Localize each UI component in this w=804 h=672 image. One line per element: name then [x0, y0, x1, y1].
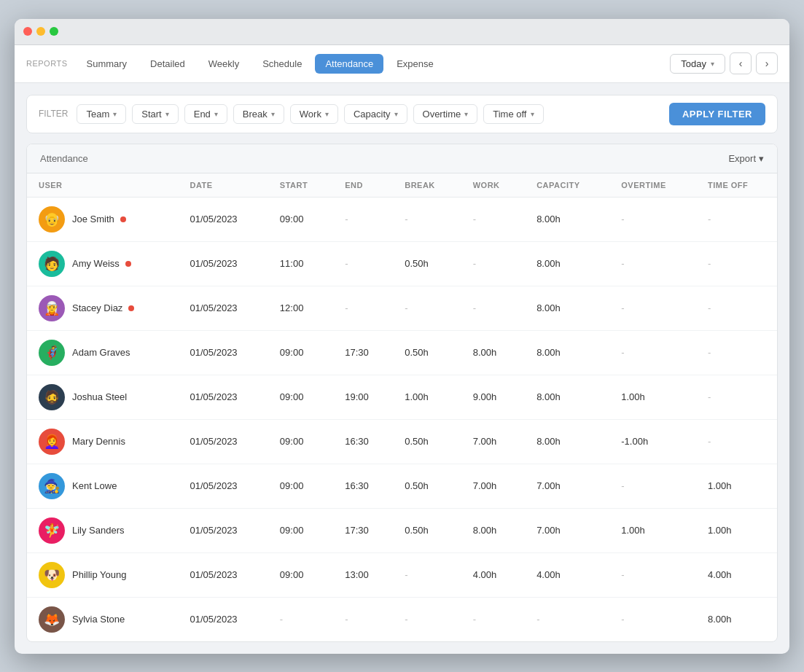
- user-cell: 👴 Joe Smith: [27, 197, 179, 241]
- cell-date: 01/05/2023: [179, 597, 268, 641]
- cell-end: -: [333, 597, 393, 641]
- cell-capacity: 7.00h: [525, 508, 609, 552]
- cell-work: 8.00h: [461, 330, 525, 375]
- cell-start: 09:00: [268, 464, 333, 508]
- chevron-right-icon: ›: [765, 58, 769, 69]
- table-row: 🧝 Stacey Diaz 01/05/202312:00---8.00h--: [27, 286, 777, 330]
- chevron-down-icon: ▾: [711, 60, 714, 68]
- cell-overtime: -: [609, 286, 696, 330]
- cell-break: 0.50h: [393, 330, 461, 375]
- tab-expense[interactable]: Expense: [386, 54, 444, 74]
- main-content: FILTER Team ▾ Start ▾ End ▾ Break ▾ Work…: [15, 83, 789, 654]
- user-cell: 🦸 Adam Graves: [27, 330, 179, 375]
- nav-right: Today ▾ ‹ ›: [670, 52, 778, 74]
- user-cell: 🦊 Sylvia Stone: [27, 597, 179, 641]
- attendance-table: USER DATE START END BREAK WORK CAPACITY …: [27, 173, 777, 641]
- cell-break: -: [393, 552, 461, 597]
- col-user: USER: [27, 173, 179, 198]
- chevron-down-icon: ▾: [325, 110, 329, 118]
- capacity-filter[interactable]: Capacity ▾: [344, 104, 407, 124]
- cell-date: 01/05/2023: [179, 419, 268, 464]
- cell-start: 11:00: [268, 241, 333, 286]
- cell-time_off: 8.00h: [696, 597, 777, 641]
- avatar: 🐶: [39, 562, 65, 588]
- table-row: 👴 Joe Smith 01/05/202309:00---8.00h--: [27, 197, 777, 241]
- maximize-button[interactable]: [50, 27, 58, 36]
- table-header-bar: Attendance Export ▾: [27, 144, 777, 173]
- next-button[interactable]: ›: [756, 52, 778, 74]
- user-cell: 🧑 Amy Weiss: [27, 241, 179, 286]
- cell-capacity: 8.00h: [525, 419, 609, 464]
- table-row: 🦊 Sylvia Stone 01/05/2023------8.00h: [27, 597, 777, 641]
- cell-capacity: 4.00h: [525, 552, 609, 597]
- cell-work: -: [461, 597, 525, 641]
- overtime-filter[interactable]: Overtime ▾: [413, 104, 478, 124]
- table-row: 🧔 Joshua Steel 01/05/202309:0019:001.00h…: [27, 375, 777, 419]
- user-name: Lily Sanders: [72, 525, 125, 536]
- tab-schedule[interactable]: Schedule: [252, 54, 312, 74]
- col-start: START: [268, 173, 333, 198]
- export-button[interactable]: Export ▾: [728, 153, 764, 164]
- cell-date: 01/05/2023: [179, 330, 268, 375]
- chevron-left-icon: ‹: [739, 58, 743, 69]
- cell-end: 19:00: [333, 375, 393, 419]
- table-row: 🦸 Adam Graves 01/05/202309:0017:300.50h8…: [27, 330, 777, 375]
- tab-summary[interactable]: Summary: [76, 54, 137, 74]
- team-filter[interactable]: Team ▾: [77, 104, 126, 124]
- cell-date: 01/05/2023: [179, 464, 268, 508]
- cell-end: 16:30: [333, 464, 393, 508]
- cell-capacity: 8.00h: [525, 197, 609, 241]
- cell-work: 8.00h: [461, 508, 525, 552]
- reports-label: REPORTS: [26, 59, 67, 68]
- col-overtime: OVERTIME: [609, 173, 696, 198]
- app-window: REPORTS Summary Detailed Weekly Schedule…: [15, 19, 789, 654]
- table-row: 🐶 Phillip Young 01/05/202309:0013:00-4.0…: [27, 552, 777, 597]
- user-name: Joshua Steel: [72, 391, 127, 402]
- end-filter[interactable]: End ▾: [184, 104, 227, 124]
- cell-start: 12:00: [268, 286, 333, 330]
- break-filter[interactable]: Break ▾: [233, 104, 284, 124]
- cell-work: 7.00h: [461, 464, 525, 508]
- cell-capacity: -: [525, 597, 609, 641]
- cell-break: -: [393, 597, 461, 641]
- cell-work: -: [461, 241, 525, 286]
- cell-overtime: -: [609, 197, 696, 241]
- tab-detailed[interactable]: Detailed: [140, 54, 195, 74]
- cell-overtime: 1.00h: [609, 508, 696, 552]
- col-capacity: CAPACITY: [525, 173, 609, 198]
- cell-break: 0.50h: [393, 464, 461, 508]
- filter-label: FILTER: [39, 109, 68, 119]
- start-filter[interactable]: Start ▾: [132, 104, 178, 124]
- cell-overtime: 1.00h: [609, 375, 696, 419]
- cell-end: 16:30: [333, 419, 393, 464]
- cell-break: -: [393, 197, 461, 241]
- cell-capacity: 8.00h: [525, 286, 609, 330]
- tab-weekly[interactable]: Weekly: [198, 54, 249, 74]
- prev-button[interactable]: ‹: [730, 52, 752, 74]
- cell-capacity: 7.00h: [525, 464, 609, 508]
- cell-time_off: 1.00h: [696, 464, 777, 508]
- work-filter[interactable]: Work ▾: [290, 104, 338, 124]
- chevron-down-icon: ▾: [214, 110, 218, 118]
- user-name: Phillip Young: [72, 569, 126, 580]
- cell-work: 7.00h: [461, 419, 525, 464]
- user-cell: 🧝 Stacey Diaz: [27, 286, 179, 330]
- close-button[interactable]: [23, 27, 32, 36]
- cell-work: -: [461, 197, 525, 241]
- table-row: 🧑 Amy Weiss 01/05/202311:00-0.50h-8.00h-…: [27, 241, 777, 286]
- apply-filter-button[interactable]: APPLY FILTER: [669, 103, 765, 125]
- cell-end: -: [333, 197, 393, 241]
- avatar: 🧙: [39, 473, 65, 499]
- cell-overtime: -: [609, 597, 696, 641]
- col-time-off: TIME OFF: [696, 173, 777, 198]
- cell-end: -: [333, 241, 393, 286]
- today-button[interactable]: Today ▾: [670, 54, 725, 74]
- minimize-button[interactable]: [36, 27, 45, 36]
- chevron-down-icon: ▾: [464, 110, 468, 118]
- time-off-filter[interactable]: Time off ▾: [483, 104, 543, 124]
- cell-break: -: [393, 286, 461, 330]
- tab-attendance[interactable]: Attendance: [315, 54, 383, 74]
- col-end: END: [333, 173, 393, 198]
- attendance-table-container: Attendance Export ▾ USER DATE START END …: [26, 144, 778, 642]
- cell-time_off: -: [696, 286, 777, 330]
